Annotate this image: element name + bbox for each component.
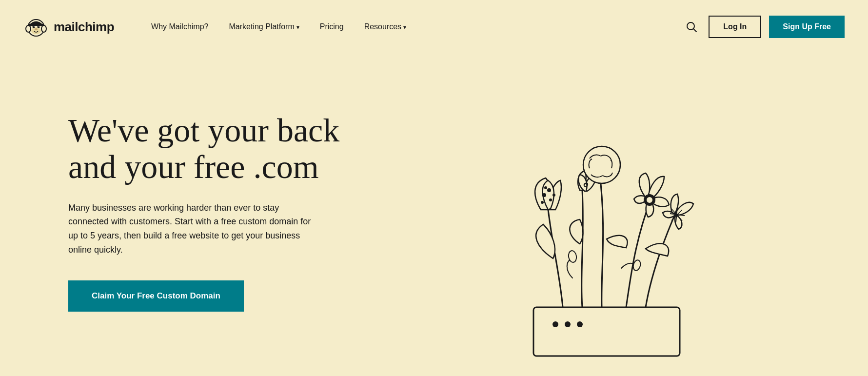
navbar: mailchimp Why Mailchimp? Marketing Platf… [0,0,868,54]
mailchimp-logo-icon [23,14,49,40]
svg-point-21 [552,194,555,197]
hero-title: We've got your back and your free .com [68,112,339,185]
nav-right-actions: Log In Sign Up Free [682,16,845,38]
svg-point-18 [541,201,544,204]
svg-point-15 [577,321,583,327]
signup-button[interactable]: Sign Up Free [769,16,845,38]
svg-point-24 [647,197,652,203]
svg-point-17 [547,188,551,192]
brand-name: mailchimp [54,20,114,35]
svg-point-2 [41,25,46,32]
svg-line-11 [693,29,696,32]
svg-point-13 [552,321,558,327]
nav-links: Why Mailchimp? Marketing Platform▾ Prici… [143,19,682,35]
svg-rect-12 [533,307,680,356]
hero-section: We've got your back and your free .com M… [0,54,868,376]
nav-pricing[interactable]: Pricing [312,19,352,35]
svg-point-6 [34,26,35,27]
svg-point-14 [565,321,571,327]
svg-point-8 [35,28,38,30]
svg-point-7 [39,26,39,27]
login-button[interactable]: Log In [709,16,761,38]
chevron-down-icon: ▾ [403,24,406,31]
search-icon [686,21,697,32]
nav-why-mailchimp[interactable]: Why Mailchimp? [143,19,216,35]
hero-content: We've got your back and your free .com M… [68,83,339,312]
svg-point-4 [33,26,35,28]
svg-rect-9 [28,24,44,26]
svg-point-19 [549,198,552,201]
logo-link[interactable]: mailchimp [23,14,114,40]
svg-point-20 [544,186,547,189]
hero-subtitle: Many businesses are working harder than … [68,201,312,257]
chevron-down-icon: ▾ [296,24,299,31]
nav-marketing-platform[interactable]: Marketing Platform▾ [221,19,307,35]
cta-button[interactable]: Claim Your Free Custom Domain [68,280,244,312]
svg-point-1 [26,25,31,32]
search-button[interactable] [682,18,701,36]
hero-illustration [339,83,845,366]
nav-resources[interactable]: Resources▾ [356,19,414,35]
flower-illustration [455,93,758,366]
svg-point-5 [38,26,40,28]
svg-point-16 [542,193,546,197]
